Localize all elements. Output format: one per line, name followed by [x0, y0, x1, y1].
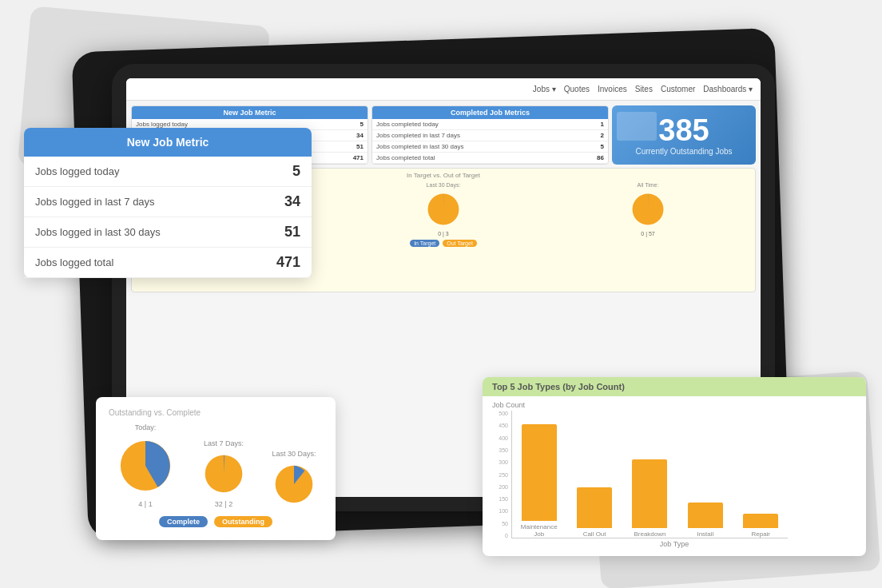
- table-row: Jobs completed total86: [372, 153, 608, 164]
- new-job-table: Jobs logged today 5 Jobs logged in last …: [24, 157, 312, 278]
- nav-sites[interactable]: Sites: [635, 85, 653, 93]
- table-row: Jobs logged in last 30 days 51: [24, 217, 312, 248]
- pie-all-time-2: All Time: 0 | 57: [628, 182, 668, 236]
- nav-invoices[interactable]: Invoices: [598, 85, 627, 93]
- outstanding-vs-complete-card: Outstanding vs. Complete Today: 4 | 1 La…: [96, 397, 336, 540]
- ovsc-last7: Last 7 Days: 32 | 2: [200, 439, 248, 508]
- bar-rect-breakdown: [632, 459, 667, 528]
- table-row: Jobs logged in last 7 days 34: [24, 187, 312, 217]
- new-job-metric-card: New Job Metric Jobs logged today 5 Jobs …: [24, 128, 312, 278]
- bar-chart-area: Job Count 0 50 100 150 200 250 300 350 4…: [483, 396, 866, 548]
- outstanding-thumb: [617, 112, 657, 141]
- bar-install: Install: [686, 503, 724, 538]
- ovsc-pies: Today: 4 | 1 Last 7 Days: 32 | 2 Last 30…: [109, 423, 323, 508]
- x-axis-label: Job Type: [492, 540, 856, 548]
- top5-card-header: Top 5 Job Types (by Job Count): [483, 377, 866, 396]
- bar-callout: Call Out: [575, 487, 613, 538]
- table-row: Jobs logged total 471: [24, 248, 312, 278]
- bar-rect-maintenance: [522, 424, 557, 521]
- bar-maintenance: Maintenance Job: [520, 424, 558, 538]
- outstanding-card: 385 Currently Outstanding Jobs: [612, 105, 756, 165]
- table-row: Jobs completed in last 7 days2: [372, 130, 608, 141]
- outstanding-number: 385: [658, 115, 709, 145]
- bar-rect-callout: [577, 487, 612, 528]
- bar-breakdown: Breakdown: [631, 459, 669, 538]
- bar-rect-install: [688, 503, 723, 528]
- completed-job-mini-card: Completed Job Metrics Jobs completed tod…: [371, 105, 609, 165]
- legend-outstanding: Outstanding: [214, 516, 272, 527]
- ovsc-last30: Last 30 Days:: [270, 450, 318, 508]
- legend-complete: Complete: [159, 516, 208, 527]
- top5-job-types-card: Top 5 Job Types (by Job Count) Job Count…: [483, 377, 866, 556]
- table-row: Jobs logged today 5: [24, 157, 312, 187]
- completed-job-mini-table: Jobs completed today1 Jobs completed in …: [372, 119, 608, 164]
- bar-rect-repair: [743, 514, 778, 528]
- pie-last-30: Last 30 Days: 0 | 3: [423, 182, 463, 236]
- ovsc-legends: Complete Outstanding: [109, 516, 323, 527]
- nav-jobs[interactable]: Jobs ▾: [533, 85, 556, 93]
- nav-customer[interactable]: Customer: [661, 85, 695, 93]
- new-job-card-header: New Job Metric: [24, 128, 312, 157]
- bar-repair: Repair: [742, 514, 780, 538]
- ovsc-title: Outstanding vs. Complete: [109, 408, 323, 417]
- table-row: Jobs completed today1: [372, 119, 608, 130]
- table-row: Jobs completed in last 30 days5: [372, 141, 608, 153]
- completed-job-mini-header: Completed Job Metrics: [372, 106, 608, 119]
- nav-dashboards[interactable]: Dashboards ▾: [703, 85, 753, 93]
- nav-bar: Jobs ▾ Quotes Invoices Sites Customer Da…: [126, 78, 761, 101]
- ovsc-today: Today: 4 | 1: [113, 423, 177, 508]
- new-job-mini-header: New Job Metric: [132, 106, 368, 119]
- legend-in-target: In Target: [410, 240, 439, 247]
- y-axis-label: Job Count: [492, 401, 856, 409]
- nav-quotes[interactable]: Quotes: [564, 85, 590, 93]
- legend-out-target: Out Target: [443, 240, 477, 247]
- bars-container: Maintenance Job Call Out Breakdown Insta…: [511, 411, 788, 538]
- outstanding-label: Currently Outstanding Jobs: [635, 147, 732, 156]
